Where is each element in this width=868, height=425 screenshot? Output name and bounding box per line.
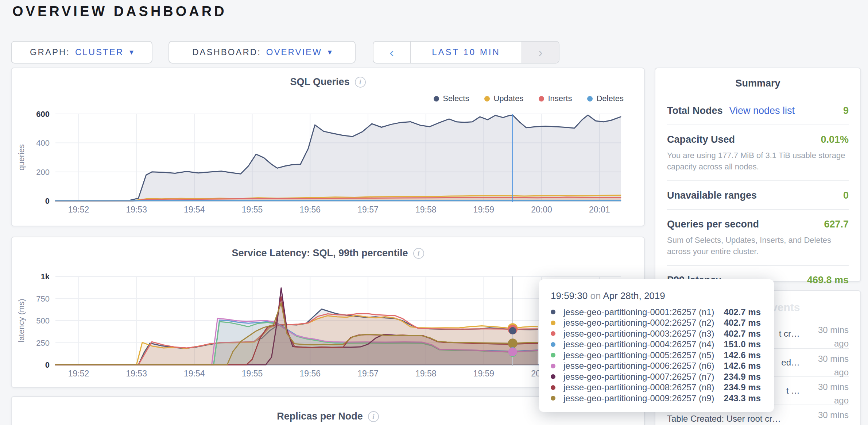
tooltip-node-value: 402.7 ms <box>716 318 761 328</box>
svg-text:19:52: 19:52 <box>68 205 89 214</box>
tooltip-node-row: jesse-geo-partitioning-0003:26257 (n3)40… <box>551 328 761 339</box>
series-dot-icon <box>551 374 555 379</box>
tooltip-node-row: jesse-geo-partitioning-0008:26257 (n8)23… <box>551 382 761 393</box>
svg-text:queries: queries <box>17 144 26 171</box>
svg-text:400: 400 <box>36 138 50 148</box>
summary-row-label: Queries per second <box>667 219 759 230</box>
view-nodes-list-link[interactable]: View nodes list <box>729 105 795 116</box>
svg-text:750: 750 <box>36 294 50 303</box>
svg-text:19:52: 19:52 <box>68 369 89 378</box>
time-next-button[interactable]: › <box>522 42 559 63</box>
chevron-down-icon: ▾ <box>328 47 332 57</box>
tooltip-node-name: jesse-geo-partitioning-0006:26257 (n6) <box>563 361 716 371</box>
chevron-left-icon: ‹ <box>390 45 394 60</box>
svg-text:1k: 1k <box>41 272 50 281</box>
svg-text:19:57: 19:57 <box>357 205 379 214</box>
dashboard-dropdown-value: OVERVIEW <box>266 47 322 57</box>
series-dot-icon <box>551 331 555 336</box>
svg-text:20:01: 20:01 <box>589 205 610 214</box>
svg-text:19:59: 19:59 <box>473 369 495 378</box>
chart-hover-tooltip: 19:59:30 on Apr 28th, 2019 jesse-geo-par… <box>539 279 774 412</box>
summary-row: Queries per second627.7Sum of Selects, U… <box>667 210 849 266</box>
series-dot-icon <box>551 385 555 390</box>
svg-text:0: 0 <box>45 196 50 206</box>
info-icon[interactable]: i <box>368 411 379 422</box>
summary-row-value: 9 <box>843 105 849 116</box>
summary-row-caption: Sum of Selects, Updates, Inserts, and De… <box>667 234 849 257</box>
series-dot-icon <box>551 321 555 325</box>
tooltip-node-value: 142.6 ms <box>716 361 761 371</box>
svg-text:200: 200 <box>36 168 50 177</box>
series-dot-icon <box>551 310 555 314</box>
series-dot-icon <box>551 396 555 401</box>
svg-text:19:54: 19:54 <box>184 369 205 378</box>
overview-dashboard-page: OVERVIEW DASHBOARD GRAPH: CLUSTER ▾ DASH… <box>0 0 868 425</box>
tooltip-date: Apr 28th, 2019 <box>603 290 665 301</box>
tooltip-node-value: 402.7 ms <box>716 307 761 317</box>
tooltip-node-name: jesse-geo-partitioning-0002:26257 (n2) <box>563 318 716 328</box>
svg-text:20:00: 20:00 <box>531 205 552 214</box>
summary-rows: Total NodesView nodes list9Capacity Used… <box>655 89 860 294</box>
tooltip-node-name: jesse-geo-partitioning-0009:26257 (n9) <box>563 393 716 403</box>
svg-text:19:58: 19:58 <box>415 369 437 378</box>
summary-row: Capacity Used0.01%You are using 177.7 Mi… <box>667 125 849 181</box>
tooltip-node-name: jesse-geo-partitioning-0001:26257 (n1) <box>563 307 716 317</box>
summary-row: Unavailable ranges0 <box>667 181 849 210</box>
tooltip-node-row: jesse-geo-partitioning-0009:26257 (n9)24… <box>551 393 761 404</box>
tooltip-node-value: 402.7 ms <box>716 329 761 339</box>
time-range-selector: ‹ LAST 10 MIN › <box>373 41 559 64</box>
dashboard-dropdown[interactable]: DASHBOARD: OVERVIEW ▾ <box>168 41 356 64</box>
page-title: OVERVIEW DASHBOARD <box>12 4 227 19</box>
tooltip-node-row: jesse-geo-partitioning-0005:26257 (n5)14… <box>551 350 761 361</box>
tooltip-node-value: 142.6 ms <box>716 350 761 360</box>
tooltip-time: 19:59:30 <box>551 290 588 301</box>
summary-row-label: Total Nodes <box>667 105 723 116</box>
summary-row: Total NodesView nodes list9 <box>667 96 849 125</box>
summary-row-value: 0 <box>843 190 849 201</box>
chevron-right-icon: › <box>538 45 542 60</box>
tooltip-rows: jesse-geo-partitioning-0001:26257 (n1)40… <box>551 307 761 404</box>
chevron-down-icon: ▾ <box>129 47 133 57</box>
svg-text:19:55: 19:55 <box>242 205 263 214</box>
tooltip-node-row: jesse-geo-partitioning-0006:26257 (n6)14… <box>551 361 761 372</box>
svg-text:0: 0 <box>45 360 50 370</box>
event-timestamp: 30 mins ago <box>806 377 849 407</box>
svg-text:19:59: 19:59 <box>473 205 495 214</box>
svg-text:19:53: 19:53 <box>126 205 147 214</box>
event-timestamp: 30 mins ago <box>806 349 849 379</box>
tooltip-node-value: 243.3 ms <box>716 393 761 403</box>
tooltip-node-name: jesse-geo-partitioning-0003:26257 (n3) <box>563 329 716 339</box>
tooltip-node-row: jesse-geo-partitioning-0004:26257 (n4)15… <box>551 339 761 350</box>
svg-text:250: 250 <box>36 338 50 348</box>
tooltip-node-value: 151.0 ms <box>716 339 761 349</box>
tooltip-header: 19:59:30 on Apr 28th, 2019 <box>551 290 761 302</box>
time-prev-button[interactable]: ‹ <box>373 42 410 63</box>
sql-queries-chart[interactable]: 020040060019:5219:5319:5419:5519:5619:57… <box>12 68 644 226</box>
tooltip-node-name: jesse-geo-partitioning-0004:26257 (n4) <box>563 339 716 349</box>
tooltip-node-value: 234.9 ms <box>716 382 761 393</box>
series-dot-icon <box>551 364 555 368</box>
series-dot-icon <box>551 353 555 357</box>
svg-text:19:57: 19:57 <box>357 369 379 378</box>
graph-dropdown[interactable]: GRAPH: CLUSTER ▾ <box>11 41 152 64</box>
summary-title: Summary <box>655 78 860 89</box>
summary-row-value: 0.01% <box>821 134 849 145</box>
graph-dropdown-value: CLUSTER <box>75 47 124 57</box>
summary-row-label: Capacity Used <box>667 134 735 145</box>
summary-row-value: 627.7 <box>824 219 849 230</box>
tooltip-node-row: jesse-geo-partitioning-0001:26257 (n1)40… <box>551 307 761 318</box>
event-timestamp: 30 mins ago <box>806 320 849 350</box>
tooltip-node-row: jesse-geo-partitioning-0007:26257 (n7)23… <box>551 371 761 382</box>
tooltip-node-row: jesse-geo-partitioning-0002:26257 (n2)40… <box>551 318 761 329</box>
sql-queries-panel: SQL Queries i SelectsUpdatesInsertsDelet… <box>11 68 645 226</box>
svg-text:19:58: 19:58 <box>415 205 437 214</box>
tooltip-node-name: jesse-geo-partitioning-0007:26257 (n7) <box>563 372 716 382</box>
summary-panel: Summary Total NodesView nodes list9Capac… <box>655 68 861 282</box>
summary-row-label: Unavailable ranges <box>667 190 757 201</box>
summary-row-value: 469.8 ms <box>807 275 849 286</box>
svg-text:19:55: 19:55 <box>242 369 263 378</box>
dashboard-dropdown-label: DASHBOARD: <box>192 47 261 57</box>
time-range-label[interactable]: LAST 10 MIN <box>410 42 522 63</box>
tooltip-node-value: 234.9 ms <box>716 372 761 382</box>
svg-text:19:56: 19:56 <box>300 369 321 378</box>
